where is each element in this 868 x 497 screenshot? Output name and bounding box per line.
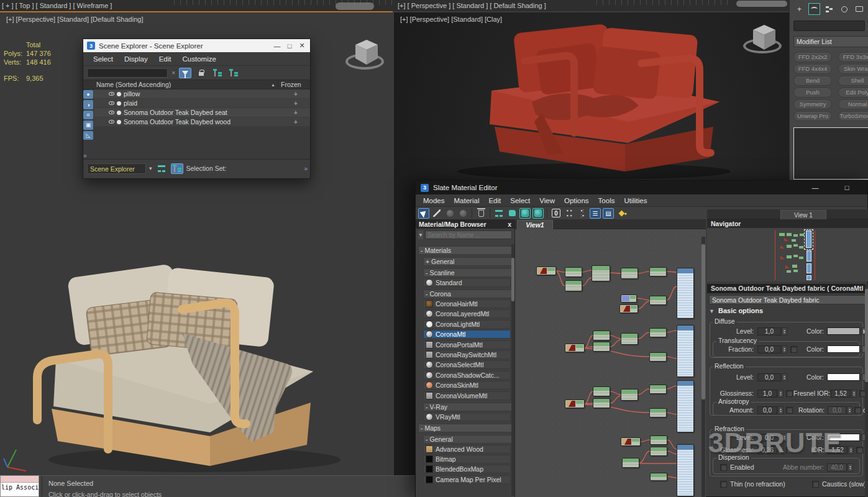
node-graph-view[interactable] bbox=[515, 229, 706, 497]
browser-group--scanline[interactable]: - Scanline bbox=[423, 268, 512, 277]
browser-item-coronaselectmtl[interactable]: CoronaSelectMtl bbox=[423, 360, 511, 369]
modifier-list-dropdown[interactable]: Modifier List bbox=[793, 36, 868, 47]
browser-item-coronamtl[interactable]: CoronaMtl bbox=[423, 330, 511, 339]
fresnel-ior-field[interactable]: 1,52 bbox=[831, 390, 851, 398]
scene-explorer-row[interactable]: pillow+ bbox=[94, 89, 310, 99]
dispersion-enabled-checkbox[interactable] bbox=[720, 464, 727, 471]
show-numbers-icon[interactable]: 0 bbox=[550, 208, 562, 219]
view1-tab[interactable]: View1 bbox=[517, 220, 553, 229]
layout-all-icon[interactable] bbox=[506, 208, 518, 219]
browser-search-input[interactable] bbox=[425, 230, 512, 239]
bitmap-node[interactable] bbox=[565, 344, 585, 352]
slate-menu-options[interactable]: Options bbox=[564, 197, 589, 204]
slate-menu-material[interactable]: Material bbox=[454, 197, 480, 204]
create-tab[interactable]: + bbox=[793, 3, 805, 15]
browser-close-icon[interactable]: x bbox=[508, 221, 511, 228]
browser-item-coronashadowcatc-[interactable]: CoronaShadowCatc... bbox=[423, 371, 511, 380]
lights-filter-icon[interactable]: ¤ bbox=[83, 111, 93, 119]
bitmap-node[interactable] bbox=[536, 267, 556, 275]
shapes-filter-icon[interactable]: ◑ bbox=[83, 100, 93, 109]
expand-tree-icon[interactable] bbox=[211, 68, 224, 78]
fresnel-ior-spinner[interactable]: ▲▼ bbox=[851, 390, 857, 398]
bitmap-node[interactable] bbox=[565, 399, 585, 408]
reflection-color-swatch[interactable] bbox=[827, 373, 860, 381]
clear-search-icon[interactable]: × bbox=[171, 69, 175, 76]
slate-menu-modes[interactable]: Modes bbox=[423, 197, 445, 204]
display-tab[interactable] bbox=[853, 3, 865, 15]
slate-menu-utilities[interactable]: Utilities bbox=[624, 197, 647, 204]
modifier-stack[interactable] bbox=[793, 127, 868, 180]
search-input[interactable] bbox=[87, 68, 168, 78]
browser-item-coronaportalmtl[interactable]: CoronaPortalMtl bbox=[423, 340, 511, 349]
browser-item-coronahairmtl[interactable]: CoronaHairMtl bbox=[423, 299, 511, 308]
map-node[interactable] bbox=[565, 267, 582, 277]
frozen-icon[interactable]: + bbox=[281, 100, 310, 107]
modify-tab[interactable] bbox=[808, 3, 820, 15]
caustics-checkbox[interactable] bbox=[812, 481, 819, 488]
modifier-button-normal[interactable]: Normal bbox=[838, 99, 868, 109]
cameras-filter-icon[interactable]: ▣ bbox=[83, 121, 93, 129]
close-button[interactable]: ✕ bbox=[298, 42, 306, 50]
scene-explorer-menu-customize[interactable]: Customize bbox=[183, 55, 216, 63]
layout-dots-icon[interactable]: ▪ ▪▪ ▪ bbox=[564, 208, 575, 219]
visibility-eye-icon[interactable] bbox=[109, 92, 114, 96]
color-node[interactable] bbox=[621, 294, 637, 303]
put-to-scene-icon[interactable] bbox=[457, 208, 468, 219]
modifier-button-ffd-4x4x4[interactable]: FFD 4x4x4 bbox=[793, 64, 832, 74]
geometry-filter-icon[interactable]: ● bbox=[83, 90, 93, 99]
explorer-preset-field[interactable]: Scene Explorer bbox=[87, 163, 146, 174]
minimize-button[interactable]: — bbox=[811, 184, 820, 191]
daybed-render-clay[interactable] bbox=[420, 22, 759, 181]
preset-dropdown-icon[interactable]: ▾ bbox=[149, 165, 152, 171]
map-node[interactable] bbox=[649, 408, 667, 417]
graph-scrollbar[interactable] bbox=[701, 237, 705, 497]
pick-material-icon[interactable] bbox=[431, 208, 442, 219]
slate-menu-tools[interactable]: Tools bbox=[598, 197, 615, 204]
fraction-spinner[interactable]: ▲▼ bbox=[782, 345, 787, 353]
map-node[interactable] bbox=[649, 267, 667, 276]
assign-material-icon[interactable] bbox=[444, 208, 455, 219]
frozen-icon[interactable]: + bbox=[281, 109, 310, 116]
align-icon[interactable]: ▪::▪ bbox=[577, 208, 588, 219]
show-map-in-viewport-icon[interactable] bbox=[519, 208, 531, 219]
scene-explorer-menu-display[interactable]: Display bbox=[124, 55, 148, 63]
modifier-button-edit-poly[interactable]: Edit Poly bbox=[838, 88, 868, 98]
map-node[interactable] bbox=[650, 473, 667, 481]
amount-spinner[interactable]: ▲▼ bbox=[778, 406, 783, 414]
render-preview-icon[interactable] bbox=[616, 208, 627, 219]
reflection-glossiness-field[interactable]: 1,0 bbox=[757, 390, 777, 398]
browser-group--general[interactable]: + General bbox=[423, 257, 512, 266]
browser-item-coronalightmtl[interactable]: CoronaLightMtl bbox=[423, 320, 511, 329]
amount-field[interactable]: 0,0 bbox=[757, 406, 777, 414]
slate-menu-select[interactable]: Select bbox=[510, 197, 530, 204]
modifier-button-turbosmooth[interactable]: TurboSmooth bbox=[838, 111, 868, 121]
name-column-header[interactable]: Name (Sorted Ascending) bbox=[96, 81, 271, 88]
diffuse-level-spinner[interactable]: ▲▼ bbox=[782, 327, 787, 335]
glossiness-map-checkbox[interactable] bbox=[786, 390, 793, 397]
slate-titlebar[interactable]: 3 Slate Material Editor — □ bbox=[416, 181, 867, 194]
scene-explorer-menu-edit[interactable]: Edit bbox=[159, 55, 171, 63]
modifier-button-ffd-3x3x3[interactable]: FFD 3x3x3 bbox=[838, 52, 868, 62]
browser-item-blendedboxmap[interactable]: BlendedBoxMap bbox=[423, 465, 511, 473]
abbe-number-field[interactable]: 40,0 bbox=[827, 463, 847, 472]
frozen-icon[interactable]: + bbox=[281, 119, 310, 125]
show-background-icon[interactable] bbox=[532, 208, 544, 219]
browser-item-coronaskinmtl[interactable]: CoronaSkinMtl bbox=[423, 381, 511, 390]
rotation-field[interactable]: 0,0 bbox=[828, 406, 846, 414]
modifier-button-unwrap-pro[interactable]: Unwrap Pro bbox=[793, 111, 832, 121]
browser-group--v-ray[interactable]: - V-Ray bbox=[423, 403, 512, 411]
params-scrollbar[interactable] bbox=[865, 284, 868, 497]
collapse-tree-icon[interactable] bbox=[227, 68, 240, 78]
map-node[interactable] bbox=[649, 385, 667, 394]
lock-icon[interactable] bbox=[195, 68, 208, 78]
browser-header[interactable]: Material/Map Browser x bbox=[416, 219, 514, 229]
map-node[interactable] bbox=[649, 328, 667, 337]
abbe-spinner[interactable]: ▲▼ bbox=[847, 463, 853, 472]
map-node[interactable] bbox=[593, 398, 610, 408]
modifier-button-bend[interactable]: Bend bbox=[793, 76, 832, 86]
material-node[interactable] bbox=[677, 444, 694, 496]
helpers-filter-icon[interactable]: ◺ bbox=[83, 131, 93, 140]
material-node[interactable] bbox=[677, 380, 694, 432]
hierarchy-tab[interactable] bbox=[823, 3, 835, 15]
map-node[interactable] bbox=[649, 352, 667, 362]
